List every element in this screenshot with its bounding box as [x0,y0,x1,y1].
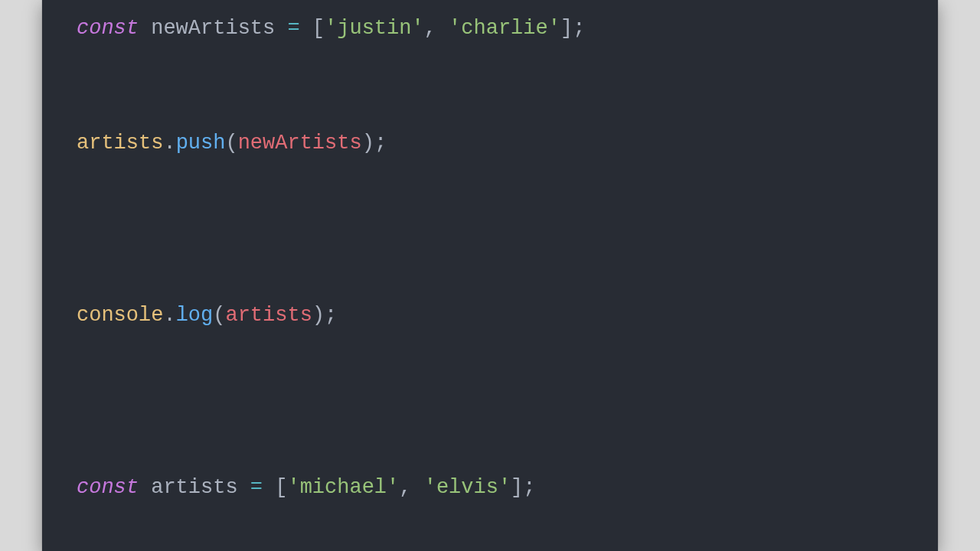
semicolon: ; [573,17,585,40]
semicolon: ; [374,132,387,155]
identifier: artists [77,132,163,155]
code-line: console.log(artists); [77,304,337,327]
comma: , [399,476,411,499]
comma: , [424,17,436,40]
var-name: artists [151,476,237,499]
code-block: const newArtists = ['justin', 'charlie']… [42,0,938,551]
bracket-close: ] [511,476,523,499]
bracket-open: [ [312,17,325,40]
code-line: const artists = ['michael', 'elvis']; [77,476,536,499]
method-log: log [176,304,214,327]
string-literal: 'elvis' [424,476,511,499]
operator-eq: = [250,476,263,499]
keyword-const: const [77,476,139,499]
dot: . [163,132,175,155]
semicolon: ; [523,476,535,499]
method-push: push [176,132,226,155]
argument: artists [225,304,312,327]
code-line: const newArtists = ['justin', 'charlie']… [77,17,585,40]
bracket-close: ] [560,17,573,40]
var-name: newArtists [151,17,275,40]
paren-close: ) [312,304,325,327]
identifier: console [77,304,163,327]
keyword-const: const [77,17,139,40]
string-literal: 'charlie' [449,17,560,40]
operator-eq: = [287,17,299,40]
dot: . [163,304,175,327]
string-literal: 'michael' [287,476,399,499]
bracket-open: [ [275,476,287,499]
paren-open: ( [213,304,225,327]
argument: newArtists [238,132,362,155]
semicolon: ; [325,304,337,327]
code-window: const newArtists = ['justin', 'charlie']… [42,0,938,551]
string-literal: 'justin' [325,17,424,40]
paren-close: ) [362,132,374,155]
paren-open: ( [225,132,237,155]
code-line: artists.push(newArtists); [77,132,387,155]
